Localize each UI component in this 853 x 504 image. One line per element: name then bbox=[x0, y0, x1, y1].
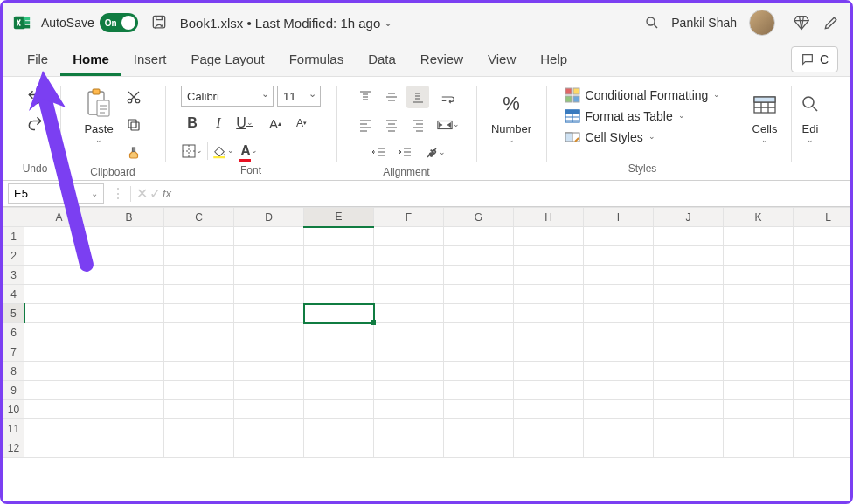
column-header[interactable]: I bbox=[584, 208, 654, 227]
cell[interactable] bbox=[94, 342, 164, 362]
column-header[interactable]: C bbox=[164, 208, 234, 227]
column-header[interactable]: L bbox=[794, 208, 851, 227]
font-name-select[interactable] bbox=[181, 86, 274, 107]
cell[interactable] bbox=[164, 246, 234, 266]
cell[interactable] bbox=[164, 362, 234, 381]
name-box[interactable]: E5 ⌄ bbox=[8, 183, 104, 204]
cell[interactable] bbox=[94, 381, 164, 400]
cell[interactable] bbox=[794, 438, 851, 458]
bold-button[interactable]: B bbox=[181, 112, 204, 135]
cell[interactable] bbox=[24, 266, 94, 285]
cell[interactable] bbox=[444, 266, 514, 285]
cell[interactable] bbox=[304, 438, 374, 458]
cell[interactable] bbox=[164, 285, 234, 304]
cell[interactable] bbox=[654, 400, 724, 419]
cell[interactable] bbox=[304, 381, 374, 400]
cell[interactable] bbox=[654, 246, 724, 266]
cell[interactable] bbox=[94, 362, 164, 381]
align-middle-button[interactable] bbox=[380, 86, 403, 108]
cell[interactable] bbox=[444, 323, 514, 342]
cell[interactable] bbox=[444, 438, 514, 458]
cell[interactable] bbox=[164, 266, 234, 285]
cell[interactable] bbox=[234, 266, 304, 285]
cell[interactable] bbox=[724, 342, 794, 362]
cell[interactable] bbox=[374, 285, 444, 304]
format-as-table-button[interactable]: Format as Table⌄ bbox=[565, 108, 685, 124]
cell[interactable] bbox=[304, 246, 374, 266]
tab-view[interactable]: View bbox=[475, 45, 528, 76]
cell[interactable] bbox=[794, 285, 851, 304]
cell[interactable] bbox=[584, 342, 654, 362]
row-header[interactable]: 7 bbox=[3, 342, 24, 362]
cut-button[interactable] bbox=[122, 86, 145, 108]
cell[interactable] bbox=[794, 323, 851, 342]
wrap-text-button[interactable] bbox=[437, 86, 460, 108]
cell[interactable] bbox=[94, 438, 164, 458]
cell[interactable] bbox=[514, 381, 584, 400]
cell[interactable] bbox=[444, 362, 514, 381]
cell[interactable] bbox=[794, 304, 851, 323]
cell[interactable] bbox=[24, 323, 94, 342]
cell[interactable] bbox=[724, 266, 794, 285]
borders-button[interactable]: ⌄ bbox=[181, 140, 204, 162]
cell[interactable] bbox=[304, 362, 374, 381]
cell[interactable] bbox=[304, 227, 374, 246]
cell[interactable] bbox=[164, 438, 234, 458]
cell[interactable] bbox=[374, 400, 444, 419]
decrease-font-button[interactable]: A▾ bbox=[290, 112, 313, 135]
align-bottom-button[interactable] bbox=[406, 86, 429, 108]
cell[interactable] bbox=[374, 419, 444, 438]
cell[interactable] bbox=[234, 419, 304, 438]
cell[interactable] bbox=[724, 304, 794, 323]
cell[interactable] bbox=[234, 381, 304, 400]
number-format-button[interactable]: % Number ⌄ bbox=[488, 86, 535, 146]
cell[interactable] bbox=[304, 419, 374, 438]
cell[interactable] bbox=[234, 246, 304, 266]
cell[interactable] bbox=[234, 323, 304, 342]
underline-button[interactable]: U⌄ bbox=[233, 112, 256, 135]
align-left-button[interactable] bbox=[354, 114, 377, 136]
cell[interactable] bbox=[584, 246, 654, 266]
editing-button[interactable]: Edi ⌄ bbox=[792, 86, 829, 146]
cell[interactable] bbox=[514, 304, 584, 323]
cell[interactable] bbox=[794, 246, 851, 266]
cell[interactable] bbox=[724, 227, 794, 246]
cell[interactable] bbox=[234, 285, 304, 304]
align-center-button[interactable] bbox=[380, 114, 403, 136]
cells-button[interactable]: Cells ⌄ bbox=[746, 86, 783, 146]
paste-button[interactable]: Paste ⌄ bbox=[80, 86, 117, 146]
cell[interactable] bbox=[164, 227, 234, 246]
cell[interactable] bbox=[94, 285, 164, 304]
formula-input[interactable] bbox=[182, 181, 850, 206]
format-painter-button[interactable] bbox=[122, 142, 145, 164]
user-avatar[interactable] bbox=[749, 10, 775, 36]
cell[interactable] bbox=[724, 285, 794, 304]
row-header[interactable]: 5 bbox=[3, 304, 24, 323]
merge-center-button[interactable]: ⌄ bbox=[437, 114, 460, 136]
cell[interactable] bbox=[514, 419, 584, 438]
cell[interactable] bbox=[94, 227, 164, 246]
row-header[interactable]: 2 bbox=[3, 246, 24, 266]
cell[interactable] bbox=[24, 362, 94, 381]
cell[interactable] bbox=[794, 342, 851, 362]
cancel-formula-icon[interactable]: ✕ bbox=[136, 185, 148, 202]
fill-color-button[interactable]: ⌄ bbox=[212, 140, 234, 162]
cell-styles-button[interactable]: Cell Styles⌄ bbox=[565, 129, 655, 145]
save-sync-icon[interactable] bbox=[147, 10, 171, 35]
cell[interactable] bbox=[234, 304, 304, 323]
cell[interactable] bbox=[24, 246, 94, 266]
cell[interactable] bbox=[444, 304, 514, 323]
column-header[interactable]: J bbox=[654, 208, 724, 227]
cell[interactable] bbox=[164, 381, 234, 400]
cell[interactable] bbox=[374, 362, 444, 381]
cell[interactable] bbox=[654, 285, 724, 304]
increase-indent-button[interactable] bbox=[393, 142, 416, 164]
cell[interactable] bbox=[654, 304, 724, 323]
row-header[interactable]: 10 bbox=[3, 400, 24, 419]
cell[interactable] bbox=[24, 227, 94, 246]
cell[interactable] bbox=[724, 362, 794, 381]
cell[interactable] bbox=[514, 266, 584, 285]
cell[interactable] bbox=[304, 285, 374, 304]
cell[interactable] bbox=[374, 381, 444, 400]
orientation-button[interactable]: ab⌄ bbox=[424, 142, 447, 164]
